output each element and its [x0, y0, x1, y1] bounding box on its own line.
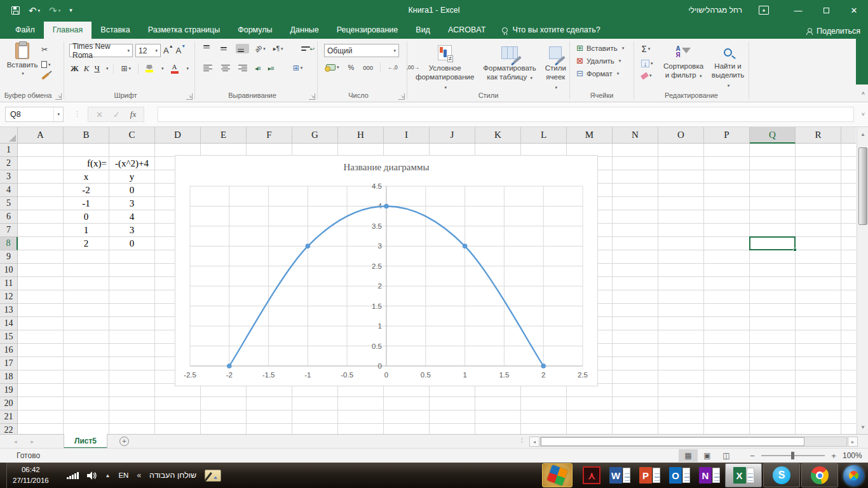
fill-color-button[interactable]: [144, 64, 155, 74]
row-header-20[interactable]: 20: [0, 397, 18, 410]
cell-C18[interactable]: [109, 370, 155, 384]
cell-Q2[interactable]: [750, 157, 796, 170]
find-select-button[interactable]: Найти ивыделить ▾: [707, 43, 749, 89]
cell-Q7[interactable]: [750, 224, 796, 237]
cell-R1[interactable]: [796, 144, 841, 157]
decrease-font-icon[interactable]: A▼: [176, 46, 186, 55]
increase-decimal-button[interactable]: ←,0: [386, 63, 400, 72]
cell-N20[interactable]: [613, 397, 658, 410]
cell-partial-22[interactable]: [841, 424, 856, 434]
cancel-entry-icon[interactable]: ✕: [96, 110, 103, 119]
tab-данные[interactable]: Данные: [281, 22, 328, 39]
row-header-6[interactable]: 6: [0, 210, 18, 224]
taskbar-app-outlook[interactable]: O: [669, 463, 690, 487]
cell-Q13[interactable]: [750, 304, 796, 317]
cell-N1[interactable]: [613, 144, 658, 157]
start-button[interactable]: [843, 465, 864, 486]
cell-G22[interactable]: [292, 424, 338, 434]
cell-O21[interactable]: [658, 410, 704, 424]
column-header-P[interactable]: P: [704, 127, 750, 144]
cell-O3[interactable]: [658, 170, 704, 184]
fill-button[interactable]: ↓▾: [639, 58, 655, 69]
cell-R14[interactable]: [796, 317, 841, 330]
cell-Q11[interactable]: [750, 277, 796, 290]
row-header-14[interactable]: 14: [0, 317, 18, 330]
cell-A6[interactable]: [18, 210, 64, 224]
cell-P7[interactable]: [704, 224, 750, 237]
cell-H21[interactable]: [338, 410, 384, 424]
cell-P22[interactable]: [704, 424, 750, 434]
cell-N5[interactable]: [613, 197, 658, 210]
clipboard-dialog-launcher[interactable]: ↘: [55, 93, 62, 100]
confirm-entry-icon[interactable]: ✓: [113, 110, 120, 119]
percent-button[interactable]: %: [346, 62, 356, 72]
cell-Q10[interactable]: [750, 264, 796, 277]
cell-C12[interactable]: [109, 290, 155, 304]
row-header-22[interactable]: 22: [0, 424, 18, 434]
cell-C13[interactable]: [109, 304, 155, 317]
delete-cells-button[interactable]: ⊠Удалить▾: [576, 56, 624, 65]
cell-P5[interactable]: [704, 197, 750, 210]
column-header-Q[interactable]: Q: [750, 127, 796, 144]
cell-partial-15[interactable]: [841, 330, 856, 344]
cell-A12[interactable]: [18, 290, 64, 304]
next-sheet-icon[interactable]: ▸: [31, 438, 34, 445]
cell-C16[interactable]: [109, 344, 155, 357]
cell-partial-18[interactable]: [841, 370, 856, 384]
cell-A21[interactable]: [18, 410, 64, 424]
cell-D22[interactable]: [155, 424, 201, 434]
cell-Q18[interactable]: [750, 370, 796, 384]
cell-A5[interactable]: [18, 197, 64, 210]
cell-P10[interactable]: [704, 264, 750, 277]
signed-in-user[interactable]: רחל מגרהלישוילי: [688, 6, 742, 15]
name-box[interactable]: Q8▾: [5, 107, 64, 122]
cell-A11[interactable]: [18, 277, 64, 290]
cell-N17[interactable]: [613, 357, 658, 370]
column-header-D[interactable]: D: [155, 127, 201, 144]
toolbar-chevron-icon[interactable]: «: [137, 471, 141, 480]
cell-C14[interactable]: [109, 317, 155, 330]
row-header-13[interactable]: 13: [0, 304, 18, 317]
vertical-scrollbar[interactable]: ▲ ▼: [857, 127, 868, 434]
cell-O7[interactable]: [658, 224, 704, 237]
cell-B16[interactable]: [64, 344, 109, 357]
column-header-M[interactable]: M: [567, 127, 613, 144]
row-header-7[interactable]: 7: [0, 224, 18, 237]
cell-partial-13[interactable]: [841, 304, 856, 317]
cell-partial-21[interactable]: [841, 410, 856, 424]
cell-A20[interactable]: [18, 397, 64, 410]
cell-partial-19[interactable]: [841, 384, 856, 397]
row-header-8[interactable]: 8: [0, 237, 18, 250]
format-cells-button[interactable]: ⊟Формат▾: [576, 69, 624, 78]
cell-N11[interactable]: [613, 277, 658, 290]
copy-button[interactable]: ▾: [39, 60, 53, 69]
normal-view-button[interactable]: ▦: [679, 449, 698, 462]
conditional-formatting-button[interactable]: Условноеформатирование ▾: [411, 42, 478, 91]
zoom-out-button[interactable]: −: [749, 451, 756, 461]
cell-B15[interactable]: [64, 330, 109, 344]
cell-B13[interactable]: [64, 304, 109, 317]
cell-R12[interactable]: [796, 290, 841, 304]
hidden-icons-button[interactable]: ▲: [105, 473, 111, 478]
cell-K22[interactable]: [475, 424, 521, 434]
cell-L21[interactable]: [521, 410, 567, 424]
cell-partial-5[interactable]: [841, 197, 856, 210]
cell-R9[interactable]: [796, 250, 841, 264]
cell-B4[interactable]: -2: [64, 184, 109, 197]
number-dialog-launcher[interactable]: ↘: [398, 93, 405, 100]
cell-R2[interactable]: [796, 157, 841, 170]
tab-scrollbar-splitter[interactable]: ⁞: [521, 437, 523, 444]
cell-Q19[interactable]: [750, 384, 796, 397]
borders-button[interactable]: ⊞▾: [119, 63, 133, 74]
cell-F22[interactable]: [247, 424, 292, 434]
bold-button[interactable]: Ж: [71, 64, 79, 74]
cell-D21[interactable]: [155, 410, 201, 424]
cell-A1[interactable]: [18, 144, 64, 157]
cell-N7[interactable]: [613, 224, 658, 237]
cell-A7[interactable]: [18, 224, 64, 237]
scroll-down-icon[interactable]: ▼: [858, 421, 868, 433]
cell-B11[interactable]: [64, 277, 109, 290]
cell-M22[interactable]: [567, 424, 613, 434]
cell-R8[interactable]: [796, 237, 841, 250]
align-top-button[interactable]: [201, 44, 215, 53]
